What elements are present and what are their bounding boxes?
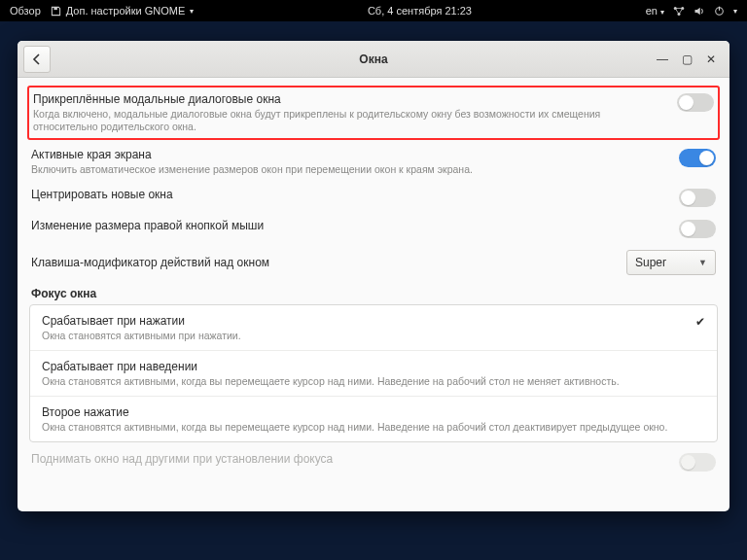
row-window-action-modifier: Клавиша-модификатор действий над окном S…	[27, 244, 720, 281]
switch-edge-tiling[interactable]	[679, 149, 716, 167]
maximize-button[interactable]: ▢	[682, 52, 693, 66]
row-label: Изменение размера правой кнопкой мыши	[31, 219, 669, 232]
row-label: Клавиша-модификатор действий над окном	[31, 256, 617, 269]
switch-raise-on-focus	[679, 453, 716, 472]
clock[interactable]: Сб, 4 сентября 21:23	[194, 5, 645, 17]
row-center-new-windows: Центрировать новые окна	[27, 182, 720, 213]
back-button[interactable]	[23, 46, 51, 73]
svg-rect-5	[719, 6, 720, 10]
chevron-left-icon	[32, 53, 42, 65]
row-label: Прикреплённые модальные диалоговые окна	[33, 92, 667, 106]
row-description: Включить автоматическое изменение размер…	[31, 163, 669, 176]
switch-center-new-windows[interactable]	[679, 189, 716, 207]
focus-option-hover[interactable]: Срабатывает при наведении Окна становятс…	[30, 351, 717, 397]
chevron-down-icon: ▼	[698, 258, 707, 267]
section-title-window-focus: Фокус окна	[31, 287, 720, 300]
focus-mode-list: Срабатывает при нажатии Окна становятся …	[29, 304, 718, 442]
chevron-down-icon: ▾	[733, 7, 737, 16]
row-raise-on-focus: Поднимать окно над другими при установле…	[27, 446, 720, 477]
option-description: Окна становятся активными, когда вы пере…	[42, 421, 705, 433]
option-label: Второе нажатие	[42, 405, 705, 419]
row-attach-modal-dialogs: Прикреплённые модальные диалоговые окна …	[27, 86, 720, 140]
network-icon[interactable]	[673, 6, 685, 17]
option-label: Срабатывает при нажатии	[42, 314, 695, 328]
switch-attach-modal-dialogs[interactable]	[677, 93, 714, 112]
minimize-button[interactable]: —	[657, 52, 668, 66]
keyboard-layout-indicator[interactable]: en ▾	[646, 5, 664, 17]
option-label: Срабатывает при наведении	[42, 360, 705, 373]
window-content: Прикреплённые модальные диалоговые окна …	[18, 78, 729, 511]
focus-option-click[interactable]: Срабатывает при нажатии Окна становятся …	[30, 305, 717, 351]
page-title: Окна	[18, 52, 729, 66]
row-label: Активные края экрана	[31, 148, 669, 161]
option-description: Окна становятся активными, когда вы пере…	[42, 375, 705, 387]
tweaks-window: Окна — ▢ ✕ Прикреплённые модальные диало…	[18, 41, 729, 511]
row-description: Когда включено, модальные диалоговые окн…	[33, 108, 667, 133]
close-button[interactable]: ✕	[706, 52, 716, 66]
app-menu-label: Доп. настройки GNOME	[66, 5, 185, 17]
activities-button[interactable]: Обзор	[10, 5, 41, 17]
svg-rect-0	[53, 7, 56, 10]
headerbar: Окна — ▢ ✕	[18, 41, 729, 78]
gnome-top-bar: Обзор Доп. настройки GNOME ▾ Сб, 4 сентя…	[0, 0, 747, 21]
checkmark-icon: ✔	[695, 315, 705, 329]
switch-resize-with-rmb[interactable]	[679, 220, 716, 238]
app-menu[interactable]: Доп. настройки GNOME ▾	[51, 5, 194, 17]
row-label: Поднимать окно над другими при установле…	[31, 452, 669, 466]
combo-value: Super	[635, 256, 666, 269]
volume-icon[interactable]	[694, 6, 705, 17]
row-edge-tiling: Активные края экрана Включить автоматиче…	[27, 142, 720, 182]
power-icon[interactable]	[714, 6, 725, 17]
save-icon	[51, 6, 61, 17]
focus-option-second-click[interactable]: Второе нажатие Окна становятся активными…	[30, 397, 717, 441]
combo-window-action-modifier[interactable]: Super ▼	[626, 250, 716, 275]
option-description: Окна становятся активными при нажатии.	[42, 330, 695, 341]
row-label: Центрировать новые окна	[31, 188, 669, 201]
row-resize-with-rmb: Изменение размера правой кнопкой мыши	[27, 213, 720, 244]
